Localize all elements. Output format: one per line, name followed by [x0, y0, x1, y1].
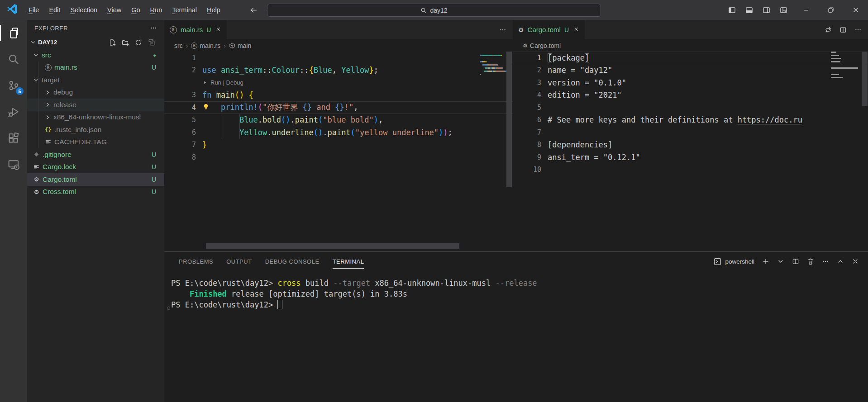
- code-line-9[interactable]: 9ansi_term = "0.12.1": [513, 151, 868, 164]
- menu-edit[interactable]: Edit: [44, 4, 65, 16]
- code-line-4[interactable]: 4edition = "2021": [513, 89, 868, 102]
- breadcrumb-item[interactable]: ⚙Cargo.toml: [523, 42, 561, 49]
- panel-tab-terminal[interactable]: TERMINAL: [333, 252, 364, 271]
- code-line-6[interactable]: 6 Yellow.underline().paint("yellow under…: [164, 126, 513, 139]
- minimize-icon: [802, 6, 810, 14]
- breadcrumb-item[interactable]: Rmain.rs: [191, 42, 220, 49]
- collapse-all-button[interactable]: [148, 39, 155, 46]
- code-line-3[interactable]: 3fn main() {: [164, 89, 513, 102]
- code-line-1[interactable]: 1[package]: [513, 52, 868, 64]
- code-editor[interactable]: 1[package]2name = "day12"3version = "0.1…: [513, 52, 868, 251]
- code-line-8[interactable]: 8[dependencies]: [513, 139, 868, 151]
- restore-button[interactable]: [818, 0, 843, 20]
- compare-button[interactable]: [825, 26, 832, 33]
- activity-remote-explorer[interactable]: [0, 151, 27, 177]
- lightbulb-icon[interactable]: [202, 103, 210, 112]
- code-line-7[interactable]: 7}: [164, 139, 513, 151]
- code-line-5[interactable]: 5 Blue.bold().paint("blue bold"),: [164, 114, 513, 127]
- tree-item-release[interactable]: release: [27, 99, 164, 111]
- code-line-7[interactable]: 7: [513, 126, 868, 139]
- tree-item-target[interactable]: target: [27, 74, 164, 86]
- breadcrumb-item[interactable]: main: [229, 42, 251, 49]
- split-button[interactable]: [839, 26, 847, 33]
- go-back-icon[interactable]: [250, 6, 258, 14]
- menu-terminal[interactable]: Terminal: [167, 4, 202, 16]
- menu-run[interactable]: Run: [145, 4, 167, 16]
- ellipsis-button[interactable]: [854, 26, 862, 33]
- code-line-10[interactable]: 10: [513, 164, 868, 176]
- new-terminal-button[interactable]: [762, 258, 769, 265]
- tree-item-main-rs[interactable]: Rmain.rsU: [27, 61, 164, 74]
- editor-group-main-rs: Rmain.rsUsrc›Rmain.rs›main12use ansi_ter…: [164, 20, 513, 251]
- horizontal-scrollbar[interactable]: [206, 243, 459, 249]
- new-folder-button[interactable]: [122, 39, 129, 46]
- tab-close-button[interactable]: [573, 26, 579, 33]
- command-center-search[interactable]: day12: [267, 4, 601, 17]
- panel-tab-debug-console[interactable]: DEBUG CONSOLE: [265, 252, 320, 271]
- menu-help[interactable]: Help: [202, 4, 225, 16]
- terminal-output[interactable]: PS E:\code\rust\day12> cross build --tar…: [164, 274, 868, 402]
- code-line-3[interactable]: 3version = "0.1.0": [513, 76, 868, 89]
- code-line-5[interactable]: 5: [513, 101, 868, 114]
- tab-main-rs[interactable]: Rmain.rsU: [164, 20, 227, 39]
- close-button[interactable]: [843, 0, 868, 20]
- breadcrumb-item[interactable]: src: [174, 42, 183, 49]
- tree-item-label: src: [42, 51, 51, 59]
- tree-item-cargo-toml[interactable]: ⚙Cargo.tomlU: [27, 173, 164, 186]
- code-line-2[interactable]: 2name = "day12": [513, 64, 868, 77]
- minimap[interactable]: [480, 52, 506, 80]
- code-line-4[interactable]: 4 println!("你好世界 {} and {}!",: [164, 101, 513, 114]
- activity-source-control[interactable]: 5: [0, 72, 27, 99]
- panel-right-toggle-button[interactable]: [763, 6, 770, 14]
- terminal-more-button[interactable]: [822, 258, 829, 265]
- tab-cargo-toml[interactable]: ⚙Cargo.tomlU: [513, 20, 585, 39]
- ellipsis-icon: [499, 26, 506, 33]
- split-terminal-button[interactable]: [792, 258, 799, 265]
- project-section-header[interactable]: DAY12: [27, 36, 164, 48]
- vertical-scrollbar[interactable]: [506, 52, 512, 187]
- code-line-8[interactable]: 8: [164, 151, 513, 164]
- kill-terminal-button[interactable]: [807, 258, 814, 265]
- vertical-scrollbar[interactable]: [862, 52, 868, 106]
- layout-toggle-button[interactable]: [780, 6, 787, 14]
- menu-go[interactable]: Go: [126, 4, 145, 16]
- tree-item--gitignore[interactable]: .gitignoreU: [27, 148, 164, 161]
- menu-view[interactable]: View: [102, 4, 126, 16]
- minimize-button[interactable]: [793, 0, 818, 20]
- activity-explorer[interactable]: [0, 20, 27, 46]
- panel-tab-output[interactable]: OUTPUT: [226, 252, 252, 271]
- codelens-run-debug[interactable]: Run | Debug: [164, 76, 513, 89]
- code-line-1[interactable]: 1: [164, 52, 513, 64]
- tab-close-button[interactable]: [215, 26, 221, 33]
- activity-search[interactable]: [0, 46, 27, 72]
- panel-tab-problems[interactable]: PROBLEMS: [179, 252, 213, 271]
- tree-item-cachedir-tag[interactable]: CACHEDIR.TAG: [27, 136, 164, 149]
- code-editor[interactable]: 12use ansi_term::Colour::{Blue, Yellow};…: [164, 52, 513, 251]
- ellipsis-button[interactable]: [499, 26, 506, 33]
- tree-item-cross-toml[interactable]: ⚙Cross.tomlU: [27, 186, 164, 199]
- tree-item-cargo-lock[interactable]: Cargo.lockU: [27, 161, 164, 174]
- panel-left-toggle-button[interactable]: [728, 6, 736, 14]
- explorer-more-actions-icon[interactable]: [150, 24, 157, 32]
- minimap[interactable]: [831, 52, 858, 83]
- code-line-2[interactable]: 2use ansi_term::Colour::{Blue, Yellow};: [164, 64, 513, 77]
- tree-item-x86-64-unknown-linux-musl[interactable]: x86_64-unknown-linux-musl: [27, 111, 164, 124]
- new-file-button[interactable]: [109, 39, 116, 46]
- activity-run-and-debug[interactable]: [0, 99, 27, 125]
- tree-item-debug[interactable]: debug: [27, 86, 164, 99]
- tree-item-src[interactable]: src●: [27, 49, 164, 61]
- terminal-dropdown-button[interactable]: [777, 258, 784, 265]
- gear-icon: ⚙: [34, 176, 39, 182]
- refresh-button[interactable]: [135, 39, 142, 46]
- command-decoration-icon[interactable]: [166, 303, 171, 313]
- close-panel-button[interactable]: [852, 258, 859, 265]
- menu-selection[interactable]: Selection: [65, 4, 102, 16]
- activity-extensions[interactable]: [0, 125, 27, 151]
- tree-item--rustc-info-json[interactable]: {}.rustc_info.json: [27, 123, 164, 136]
- panel-bottom-toggle-button[interactable]: [745, 6, 753, 14]
- maximize-panel-button[interactable]: [837, 258, 844, 265]
- code-line-6[interactable]: 6# See more keys and their definitions a…: [513, 114, 868, 127]
- bottom-panel: PROBLEMSOUTPUTDEBUG CONSOLETERMINAL powe…: [164, 251, 868, 402]
- shell-selector[interactable]: powershell: [714, 258, 754, 265]
- menu-file[interactable]: File: [24, 4, 44, 16]
